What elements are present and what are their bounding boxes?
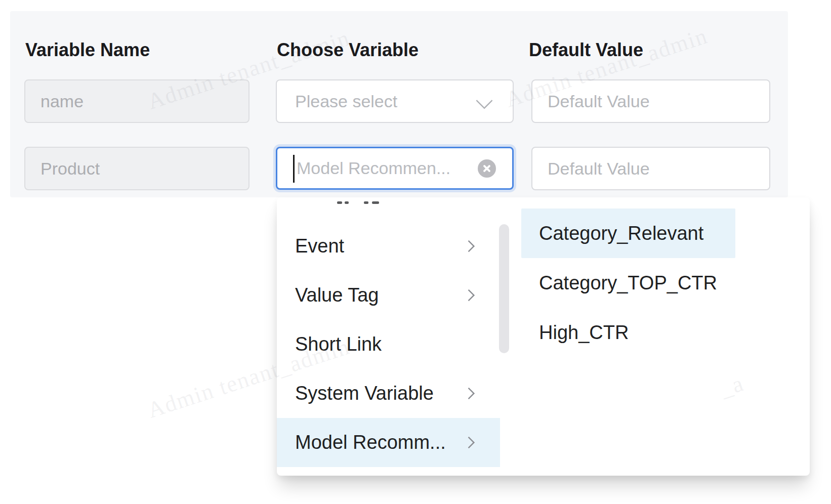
menu-item-high-ctr[interactable]: High_CTR <box>521 308 735 357</box>
menu-item-event[interactable]: Event <box>277 222 500 271</box>
text-caret <box>293 155 295 183</box>
chevron-right-icon <box>463 289 475 301</box>
cascader-selected-value: Model Recommen... <box>297 148 450 188</box>
label-choose-variable: Choose Variable <box>277 39 419 59</box>
cascader-menu-list: Event Value Tag Short Link System Variab… <box>277 197 500 467</box>
default-value-input-row2[interactable] <box>531 147 770 190</box>
clear-icon[interactable] <box>478 159 496 178</box>
scrollbar-thumb[interactable] <box>499 224 509 353</box>
cascader-dropdown: Event Value Tag Short Link System Variab… <box>277 197 810 476</box>
choose-variable-select-row1[interactable]: Please select <box>276 79 514 123</box>
menu-item-model-recommend[interactable]: Model Recomm... <box>277 418 500 467</box>
chevron-right-icon <box>463 240 475 252</box>
default-value-input-row1[interactable] <box>531 79 770 123</box>
menu-item-value-tag[interactable]: Value Tag <box>277 271 500 320</box>
menu-item-system-variable[interactable]: System Variable <box>277 369 500 418</box>
label-default-value: Default Value <box>529 39 643 59</box>
menu-item-category-top-ctr[interactable]: Category_TOP_CTR <box>521 258 735 308</box>
cascader-column-1: Event Value Tag Short Link System Variab… <box>277 197 513 476</box>
variable-name-input-row1[interactable] <box>24 79 250 123</box>
menu-item-category-relevant[interactable]: Category_Relevant <box>521 208 735 258</box>
select-placeholder: Please select <box>295 80 397 122</box>
cascader-column-2: Category_Relevant Category_TOP_CTR High_… <box>513 197 810 476</box>
variable-name-input-row2[interactable] <box>24 147 250 190</box>
menu-item-clipped[interactable] <box>277 197 500 222</box>
clipped-text-remnant <box>337 201 342 204</box>
clipped-text-remnant <box>364 201 368 204</box>
chevron-down-icon <box>476 92 493 109</box>
menu-item-short-link[interactable]: Short Link <box>277 320 500 369</box>
chevron-right-icon <box>463 387 475 399</box>
label-variable-name: Variable Name <box>25 39 150 59</box>
clipped-text-remnant <box>345 201 349 204</box>
chevron-right-icon <box>463 436 475 448</box>
clipped-text-remnant <box>372 201 379 204</box>
choose-variable-cascader-row2[interactable]: Model Recommen... <box>276 147 514 190</box>
